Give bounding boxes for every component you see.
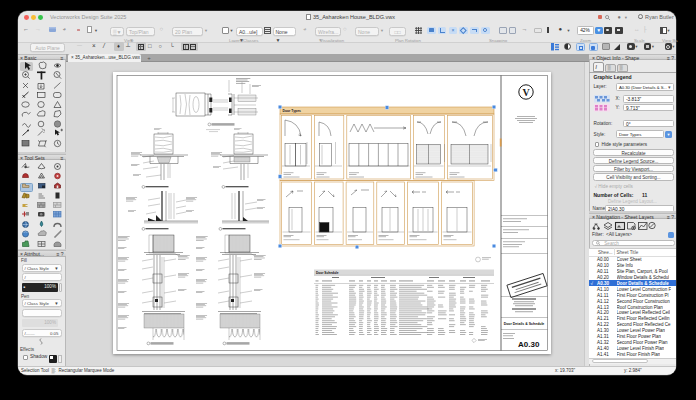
svg-text:A0.30: A0.30 [518, 339, 540, 348]
svg-text:Door Details & Schedule: Door Details & Schedule [504, 321, 545, 325]
svg-text:V: V [522, 86, 530, 97]
svg-text:Door Schedule: Door Schedule [316, 270, 339, 274]
svg-text:Door Types: Door Types [283, 109, 302, 113]
